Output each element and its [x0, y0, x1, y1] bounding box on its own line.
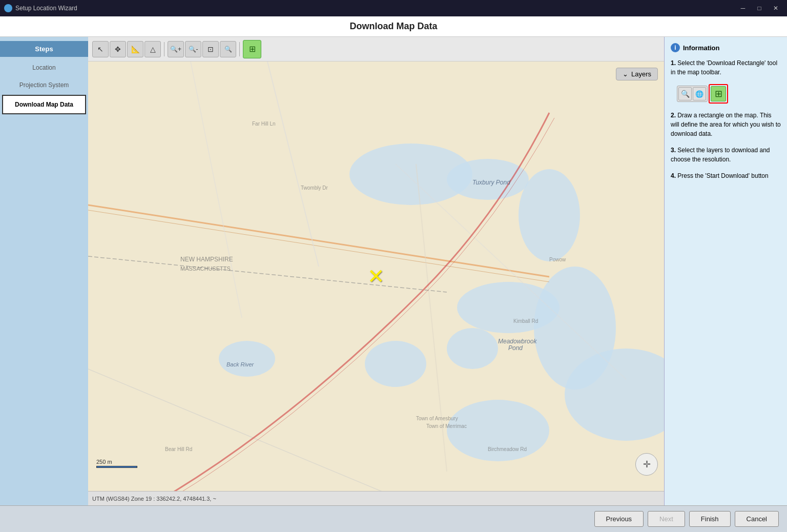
svg-text:Town of Amesbury: Town of Amesbury — [416, 416, 458, 421]
svg-text:NEW HAMPSHIRE: NEW HAMPSHIRE — [180, 256, 233, 263]
tool-highlight: 🔍 🌐 ⊞ — [677, 84, 781, 104]
map[interactable]: Tuxbury Pond Meadowbrook Pond Back River… — [88, 62, 664, 491]
map-toolbar: ↖ ✥ 📐 △ 🔍+ 🔍- ⊡ — [88, 37, 664, 62]
compass-icon: ✛ — [643, 459, 651, 470]
zoom-out-icon: 🔍- — [189, 46, 198, 53]
svg-text:Powow: Powow — [549, 257, 566, 262]
svg-text:Pond: Pond — [508, 344, 523, 352]
info-step-4: 4. Press the 'Start Download' button — [671, 171, 781, 180]
step-download[interactable]: Download Map Data — [2, 95, 86, 114]
svg-line-13 — [191, 62, 242, 318]
maximize-button[interactable]: □ — [752, 3, 767, 14]
svg-line-11 — [88, 210, 549, 282]
map-container: ↖ ✥ 📐 △ 🔍+ 🔍- ⊡ — [88, 37, 664, 505]
previous-button[interactable]: Previous — [594, 511, 644, 527]
content-area: Steps Location Projection System Downloa… — [0, 37, 787, 505]
bottom-bar: Previous Next Finish Cancel — [0, 505, 787, 532]
select-icon: ↖ — [97, 45, 103, 53]
zoom-extent-button[interactable]: ⊡ — [202, 41, 219, 57]
steps-header: Steps — [0, 41, 88, 57]
step-3-text: Select the layers to download and choose… — [671, 147, 770, 163]
info-icon: i — [671, 43, 680, 52]
svg-point-6 — [219, 341, 275, 377]
info-panel: i Information 1. Select the 'Download Re… — [664, 37, 787, 505]
svg-line-12 — [267, 62, 319, 267]
titlebar: Setup Location Wizard ─ □ ✕ — [0, 0, 787, 16]
status-text: UTM (WGS84) Zone 19 : 336242.2, 4748441.… — [92, 496, 216, 502]
cancel-button[interactable]: Cancel — [735, 511, 779, 527]
info-step-1: 1. Select the 'Download Rectangle' tool … — [671, 58, 781, 77]
zoom-globe-preview: 🌐 — [693, 87, 706, 100]
svg-text:Birchmeadow Rd: Birchmeadow Rd — [488, 446, 527, 452]
step-3-num: 3. — [671, 147, 676, 154]
svg-text:Twombly Dr: Twombly Dr — [301, 185, 328, 191]
download-rect-icon: ⊞ — [249, 44, 256, 54]
step-4-num: 4. — [671, 172, 676, 179]
scale-bar: 250 m — [96, 459, 137, 468]
main-container: Download Map Data Steps Location Project… — [0, 16, 787, 532]
measure-tool-button[interactable]: 📐 — [127, 41, 143, 57]
step-2-num: 2. — [671, 112, 676, 119]
finish-button[interactable]: Finish — [689, 511, 731, 527]
draw-polygon-button[interactable]: △ — [144, 41, 161, 57]
svg-text:Tuxbury Pond: Tuxbury Pond — [472, 179, 510, 186]
navigation-control[interactable]: ✛ — [635, 453, 658, 476]
sidebar: Steps Location Projection System Downloa… — [0, 37, 88, 505]
zoom-fixed-button[interactable]: 🔍 — [220, 41, 236, 57]
svg-line-15 — [88, 369, 396, 491]
svg-text:MASSACHUSETTS: MASSACHUSETTS — [180, 265, 231, 272]
info-step-2: 2. Draw a rectangle on the map. This wil… — [671, 111, 781, 138]
map-background: Tuxbury Pond Meadowbrook Pond Back River… — [88, 62, 664, 491]
svg-point-9 — [447, 400, 549, 461]
info-title: Information — [683, 44, 720, 52]
zoom-out-button[interactable]: 🔍- — [185, 41, 201, 57]
map-svg: Tuxbury Pond Meadowbrook Pond Back River… — [88, 62, 664, 491]
separator-1 — [164, 42, 164, 56]
page-title: Download Map Data — [0, 16, 787, 37]
step-location[interactable]: Location — [0, 59, 88, 76]
svg-line-17 — [88, 256, 447, 292]
download-rect-button[interactable]: ⊞ — [243, 40, 261, 58]
step-projection[interactable]: Projection System — [0, 76, 88, 94]
draw-polygon-icon: △ — [150, 45, 156, 53]
download-rect-preview: ⊞ — [711, 86, 726, 101]
svg-point-2 — [519, 169, 580, 261]
svg-text:Bear Hill Rd: Bear Hill Rd — [165, 446, 192, 452]
svg-text:Far Hill Ln: Far Hill Ln — [252, 121, 276, 127]
svg-point-5 — [447, 328, 498, 369]
scale-line — [96, 466, 137, 468]
zoom-extent-icon: ⊡ — [208, 45, 214, 53]
layers-button[interactable]: ⌄ Layers — [616, 68, 658, 80]
svg-point-7 — [365, 341, 426, 387]
layers-dropdown-icon: ⌄ — [623, 70, 628, 78]
download-rect-highlight: ⊞ — [709, 84, 728, 104]
zoom-in-preview: 🔍 — [678, 87, 692, 100]
step-4-text: Press the 'Start Download' button — [677, 172, 768, 179]
measure-icon: 📐 — [131, 45, 140, 53]
titlebar-text: Setup Location Wizard — [15, 5, 736, 12]
zoom-in-button[interactable]: 🔍+ — [168, 41, 184, 57]
info-header: i Information — [671, 43, 781, 52]
scale-label: 250 m — [96, 459, 112, 465]
close-button[interactable]: ✕ — [769, 3, 783, 14]
next-button[interactable]: Next — [648, 511, 685, 527]
step-1-text: Select the 'Download Rectangle' tool in … — [671, 59, 777, 76]
svg-text:Kimball Rd: Kimball Rd — [513, 318, 538, 324]
window-controls: ─ □ ✕ — [736, 3, 783, 14]
select-tool-button[interactable]: ↖ — [92, 41, 109, 57]
pan-tool-button[interactable]: ✥ — [110, 41, 126, 57]
separator-2 — [239, 42, 240, 56]
status-bar: UTM (WGS84) Zone 19 : 336242.2, 4748441.… — [88, 491, 664, 505]
app-icon — [4, 4, 12, 12]
svg-text:Town of Merrimac: Town of Merrimac — [426, 423, 467, 429]
minimize-button[interactable]: ─ — [736, 3, 750, 14]
zoom-in-icon: 🔍+ — [170, 46, 181, 53]
step-1-num: 1. — [671, 59, 676, 67]
info-step-3: 3. Select the layers to download and cho… — [671, 146, 781, 164]
layers-label: Layers — [631, 70, 651, 78]
pan-icon: ✥ — [115, 45, 121, 53]
zoom-fixed-icon: 🔍 — [224, 46, 232, 53]
svg-text:Meadowbrook: Meadowbrook — [498, 338, 537, 345]
step-2-text: Draw a rectangle on the map. This will d… — [671, 112, 781, 137]
svg-text:Back River: Back River — [226, 361, 255, 367]
